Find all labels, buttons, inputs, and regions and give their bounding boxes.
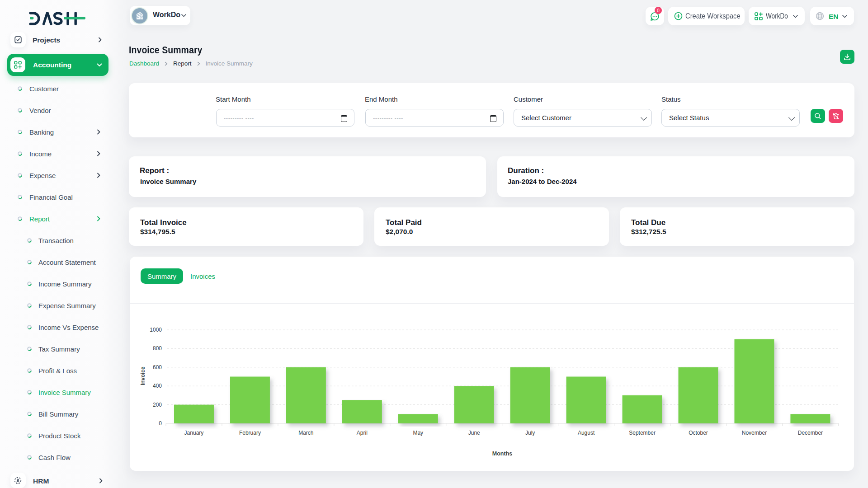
svg-text:February: February — [239, 430, 261, 436]
svg-text:200: 200 — [153, 402, 162, 408]
svg-text:June: June — [468, 430, 480, 436]
svg-text:April: April — [357, 430, 368, 436]
svg-text:600: 600 — [153, 364, 162, 371]
svg-text:0: 0 — [159, 420, 162, 427]
svg-text:1000: 1000 — [150, 327, 162, 333]
svg-text:January: January — [184, 430, 204, 436]
svg-text:May: May — [413, 430, 423, 436]
svg-text:March: March — [298, 430, 313, 436]
svg-text:November: November — [742, 430, 767, 436]
svg-text:December: December — [798, 430, 823, 436]
svg-text:July: July — [525, 430, 535, 436]
svg-text:August: August — [578, 430, 595, 436]
svg-text:800: 800 — [153, 345, 162, 352]
svg-text:Months: Months — [492, 450, 512, 457]
svg-text:September: September — [629, 430, 656, 436]
svg-text:400: 400 — [153, 383, 162, 389]
svg-text:Invoice: Invoice — [140, 366, 146, 385]
svg-text:October: October — [689, 430, 708, 436]
